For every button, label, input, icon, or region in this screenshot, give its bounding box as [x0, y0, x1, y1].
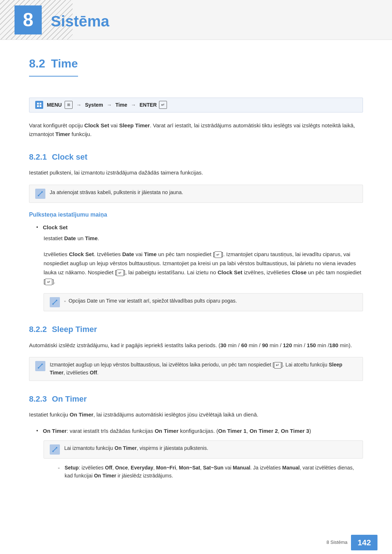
note-box-2: ▫ Opcijas Date un Time var iestatīt arī,…: [44, 293, 363, 311]
section-821-body: Iestatiet pulksteni, lai izmantotu izstr…: [29, 168, 363, 177]
subsection-822-number: 8.2.2: [29, 325, 47, 334]
note-text-2: ▫ Opcijas Date un Time var iestatīt arī,…: [64, 297, 237, 305]
section-822-body: Automātiski izslēdz izstrādājumu, kad ir…: [29, 341, 363, 350]
svg-point-11: [56, 447, 57, 448]
menu-system: System: [85, 101, 103, 109]
arrow-1: →: [76, 101, 81, 109]
enter-inline-4: ↵: [274, 362, 281, 369]
svg-point-7: [56, 300, 57, 301]
menu-icon: [35, 101, 43, 109]
enter-icon: ↵: [159, 101, 167, 109]
note-icon-2: [50, 297, 60, 307]
subsection-823-label: On Timer: [52, 394, 87, 403]
intro-text: Varat konfigurēt opciju Clock Set vai Sl…: [29, 121, 363, 139]
page-footer: 8 Sistēma 142: [0, 531, 392, 554]
main-content: 8.2Time MENU ⊞ → System → Time → ENTER ↵…: [0, 40, 392, 512]
svg-point-10: [52, 451, 54, 452]
enter-inline-1: ↵: [215, 251, 222, 258]
subsection-822-title: 8.2.2Sleep Timer: [29, 323, 363, 336]
subsection-821-number: 8.2.1: [29, 152, 47, 161]
enter-label: ENTER: [139, 101, 156, 109]
section-82-label: Time: [51, 57, 78, 70]
note-box-3: Izmantojiet augšup un lejup vērstos bult…: [29, 357, 363, 381]
section-82-number: 8.2: [29, 57, 45, 70]
menu-label: MENU: [47, 101, 62, 109]
bullet-ontimer-text: On Timer: varat iestatīt trīs dažādas fu…: [43, 428, 311, 434]
bullet-ontimer: On Timer: varat iestatīt trīs dažādas fu…: [36, 427, 363, 435]
menu-time: Time: [115, 101, 127, 109]
chapter-number-box: 8: [15, 5, 42, 34]
svg-rect-3: [40, 105, 41, 107]
section-82-title: 8.2Time: [29, 54, 78, 77]
note-box-1: Ja atvienojat strāvas kabeli, pulkstenis…: [29, 185, 363, 203]
note2-text: Opcijas Date un Time var iestatīt arī, s…: [69, 297, 237, 305]
note-text-4: Lai izmantotu funkciju On Timer, vispirm…: [64, 444, 208, 452]
footer-page-number: 142: [351, 535, 377, 550]
clockset-para1: Izvēlieties Clock Set. Izvēlieties Date …: [44, 250, 363, 286]
square-bullet-setup: Setup: izvēlieties Off, Once, Everyday, …: [58, 464, 363, 480]
menu-path-bar: MENU ⊞ → System → Time → ENTER ↵: [29, 98, 363, 112]
subsection-823-number: 8.2.3: [29, 394, 47, 403]
square-list-823: Setup: izvēlieties Off, Once, Everyday, …: [44, 464, 363, 480]
bullet-clockset-label: Clock Set: [43, 224, 68, 230]
grid-icon: ⊞: [65, 101, 73, 109]
subsection-821-label: Clock set: [52, 152, 87, 161]
svg-point-4: [38, 195, 39, 196]
svg-rect-2: [37, 105, 39, 107]
chapter-number: 8: [23, 5, 33, 35]
enter-inline-2: ↵: [117, 270, 124, 276]
clockset-indent: Iestatiet Date un Time. Izvēlieties Cloc…: [29, 234, 363, 312]
enter-inline-3: ↵: [45, 279, 52, 285]
chapter-title: Sistēma: [51, 9, 109, 33]
note-icon-3: [35, 361, 45, 371]
ontimer-indent: Lai izmantotu funkciju On Timer, vispirm…: [29, 440, 363, 480]
note-box-4: Lai izmantotu funkciju On Timer, vispirm…: [44, 440, 363, 459]
svg-point-6: [52, 303, 54, 305]
svg-point-9: [41, 364, 43, 365]
bullet-list-823: On Timer: varat iestatīt trīs dažādas fu…: [29, 427, 363, 435]
arrow-3: →: [131, 101, 136, 109]
svg-point-5: [41, 191, 43, 193]
note-icon-4: [50, 444, 60, 455]
subsection-822-label: Sleep Timer: [52, 325, 97, 334]
note-text-1: Ja atvienojat strāvas kabeli, pulkstenis…: [50, 189, 183, 197]
svg-point-8: [38, 367, 39, 369]
note-text-3: Izmantojiet augšup un lejup vērstos bult…: [50, 361, 357, 377]
bullet-list-821: Clock Set: [29, 223, 363, 232]
svg-rect-0: [37, 103, 39, 104]
bullet-item-clockset: Clock Set: [36, 223, 363, 232]
subsection-823-title: 8.2.3On Timer: [29, 393, 363, 405]
section-82-header: 8.2Time: [29, 54, 363, 87]
sub-heading-clock: Pulksteņa iestatījumu maiņa: [29, 210, 363, 219]
arrow-2: →: [107, 101, 112, 109]
subsection-821-title: 8.2.1Clock set: [29, 151, 363, 163]
page-header: 8 Sistēma: [0, 0, 392, 40]
note-icon-1: [35, 189, 45, 199]
svg-rect-1: [40, 103, 41, 104]
section-823-body: Iestatiet funkciju On Timer, lai izstrād…: [29, 410, 363, 419]
clockset-sub: Iestatiet Date un Time.: [44, 234, 363, 243]
footer-text: 8 Sistēma: [326, 539, 347, 546]
